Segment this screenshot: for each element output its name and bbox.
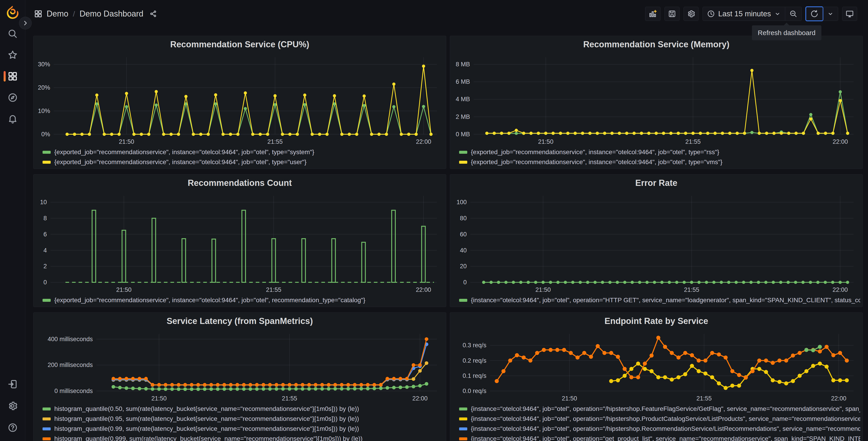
refresh-interval-dropdown[interactable] <box>823 7 838 21</box>
refresh-tooltip: Refresh dashboard <box>752 25 822 40</box>
legend-item[interactable]: histogram_quantile(0.99, sum(rate(latenc… <box>42 424 444 433</box>
svg-text:100: 100 <box>456 199 467 206</box>
svg-text:0.0 req/s: 0.0 req/s <box>463 388 486 394</box>
panel-title[interactable]: Service Latency (from SpanMetrics) <box>36 313 444 328</box>
legend-item[interactable]: {exported_job="recommendationservice", i… <box>42 148 444 156</box>
time-range-picker[interactable]: Last 15 minutes <box>703 7 785 21</box>
legend-label: {instance="otelcol:9464", job="otel", op… <box>471 435 860 441</box>
sidebar-item-search[interactable] <box>0 29 25 39</box>
zoom-out-icon <box>789 10 797 18</box>
svg-text:8: 8 <box>43 215 47 222</box>
legend-label: {instance="otelcol:9464", job="otel", op… <box>471 425 860 432</box>
sidebar-item-settings[interactable] <box>0 401 25 411</box>
sidebar-item-starred[interactable] <box>0 50 25 60</box>
svg-text:21:55: 21:55 <box>268 138 283 145</box>
dashboard-settings-button[interactable] <box>684 7 699 21</box>
svg-text:21:55: 21:55 <box>282 395 297 402</box>
svg-text:22:00: 22:00 <box>412 395 428 402</box>
compass-icon <box>7 92 18 103</box>
cpu-chart[interactable]: 21:5021:5522:000%10%20%30% <box>36 52 444 147</box>
svg-text:4: 4 <box>43 247 47 254</box>
refresh-icon <box>810 9 819 18</box>
svg-text:21:50: 21:50 <box>119 138 134 145</box>
svg-text:400 milliseconds: 400 milliseconds <box>48 336 93 343</box>
legend-item[interactable]: histogram_quantile(0.95, sum(rate(latenc… <box>42 414 444 423</box>
legend-label: histogram_quantile(0.999, sum(rate(laten… <box>54 435 363 441</box>
legend-item[interactable]: {instance="otelcol:9464", job="otel", op… <box>459 414 860 423</box>
legend-label: {exported_job="recommendationservice", i… <box>471 158 722 166</box>
legend-label: histogram_quantile(0.50, sum(rate(latenc… <box>54 405 359 412</box>
active-indicator <box>4 71 6 82</box>
gear-icon <box>687 9 695 18</box>
legend-item[interactable]: {exported_job="recommendationservice", i… <box>459 158 860 167</box>
add-panel-button[interactable] <box>645 7 660 21</box>
cpu-legend: {exported_job="recommendationservice", i… <box>36 147 444 169</box>
sidebar-nav <box>0 29 25 124</box>
apps-grid-icon[interactable] <box>34 9 42 18</box>
sidebar-item-dashboards[interactable] <box>0 71 25 82</box>
legend-item[interactable]: {instance="otelcol:9464", job="otel", op… <box>459 424 860 433</box>
svg-text:0: 0 <box>43 279 47 286</box>
chevron-down-icon <box>827 10 834 17</box>
sidebar-expand-button[interactable] <box>19 17 32 29</box>
svg-text:22:00: 22:00 <box>416 138 431 145</box>
share-icon[interactable] <box>149 10 157 18</box>
breadcrumb-folder[interactable]: Demo <box>46 9 68 19</box>
sidebar-item-sign-in[interactable] <box>0 379 25 389</box>
sidebar-item-explore[interactable] <box>0 92 25 103</box>
clock-icon <box>707 10 715 18</box>
memory-legend: {exported_job="recommendationservice", i… <box>452 147 860 169</box>
legend-swatch <box>459 417 467 420</box>
memory-chart[interactable]: 21:5021:5522:000 MB2 MB4 MB6 MB8 MB <box>452 52 860 147</box>
svg-text:0: 0 <box>463 279 467 286</box>
svg-text:22:00: 22:00 <box>833 286 848 293</box>
svg-text:60: 60 <box>460 231 467 238</box>
panel-title[interactable]: Recommendation Service (CPU%) <box>36 36 444 52</box>
legend-swatch <box>42 151 51 154</box>
time-range-label: Last 15 minutes <box>718 9 771 18</box>
legend-label: histogram_quantile(0.95, sum(rate(latenc… <box>54 415 359 422</box>
legend-item[interactable]: {instance="otelcol:9464", job="otel", op… <box>459 296 860 304</box>
breadcrumb-dashboard[interactable]: Demo Dashboard <box>80 9 143 19</box>
legend-label: {instance="otelcol:9464", job="otel", op… <box>471 297 860 304</box>
grafana-logo[interactable] <box>5 5 20 20</box>
svg-text:21:50: 21:50 <box>562 395 577 402</box>
service-latency-chart[interactable]: 21:5021:5522:000 milliseconds200 millise… <box>36 328 444 404</box>
endpoint-rate-chart[interactable]: 21:5021:5522:000.0 req/s0.1 req/s0.2 req… <box>452 328 860 404</box>
zoom-out-time-button[interactable] <box>785 7 802 21</box>
legend-swatch <box>42 428 51 430</box>
count-legend: {exported_job="recommendationservice", i… <box>36 295 444 307</box>
panel-service-latency: Service Latency (from SpanMetrics) 21:50… <box>33 313 446 441</box>
save-dashboard-button[interactable] <box>664 7 680 21</box>
legend-item[interactable]: {instance="otelcol:9464", job="otel", op… <box>459 435 860 441</box>
panel-title[interactable]: Endpoint Rate by Service <box>452 313 860 328</box>
legend-label: {instance="otelcol:9464", job="otel", op… <box>471 415 860 422</box>
legend-item[interactable]: histogram_quantile(0.50, sum(rate(latenc… <box>42 405 444 413</box>
svg-text:20%: 20% <box>38 84 50 91</box>
svg-text:30%: 30% <box>38 61 50 68</box>
legend-swatch <box>42 299 51 302</box>
svg-text:0.2 req/s: 0.2 req/s <box>463 357 486 364</box>
monitor-icon <box>845 9 854 18</box>
svg-text:21:50: 21:50 <box>116 286 132 293</box>
svg-text:21:50: 21:50 <box>535 286 551 293</box>
legend-item[interactable]: {exported_job="recommendationservice", i… <box>459 148 860 156</box>
legend-item[interactable]: {exported_job="recommendationservice", i… <box>42 296 444 304</box>
recommendations-count-chart[interactable]: 21:5021:5522:000246810 <box>36 190 444 295</box>
panel-title[interactable]: Error Rate <box>452 175 860 190</box>
dashboard-canvas: Recommendation Service (CPU%) 21:5021:55… <box>25 28 868 441</box>
svg-text:4 MB: 4 MB <box>456 96 470 102</box>
sidebar-item-alerting[interactable] <box>0 114 25 124</box>
legend-item[interactable]: histogram_quantile(0.999, sum(rate(laten… <box>42 435 444 441</box>
kiosk-mode-button[interactable] <box>842 7 857 21</box>
svg-text:8 MB: 8 MB <box>456 61 470 68</box>
refresh-group <box>806 7 838 21</box>
panel-title[interactable]: Recommendations Count <box>36 175 444 190</box>
sidebar-item-help[interactable] <box>0 422 25 433</box>
refresh-dashboard-button[interactable] <box>806 7 823 21</box>
error-rate-chart[interactable]: 21:5021:5522:00020406080100 <box>452 190 860 295</box>
svg-text:22:00: 22:00 <box>833 138 848 145</box>
svg-text:20: 20 <box>460 263 467 270</box>
legend-item[interactable]: {instance="otelcol:9464", job="otel", op… <box>459 405 860 413</box>
legend-item[interactable]: {exported_job="recommendationservice", i… <box>42 158 444 167</box>
